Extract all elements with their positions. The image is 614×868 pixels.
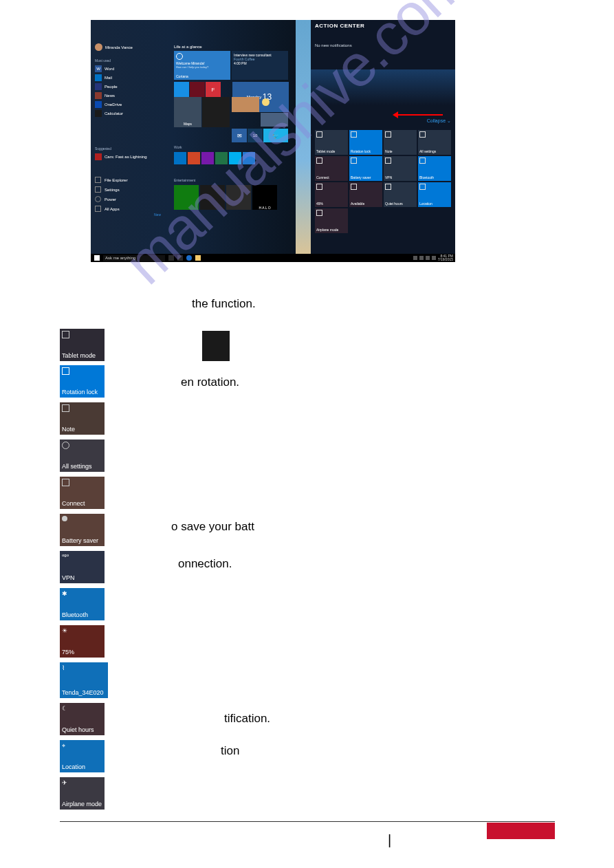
tile-all-settings: All settings xyxy=(60,440,105,472)
action-center: ACTION CENTER No new notifications Colla… xyxy=(311,20,455,254)
store-tile[interactable] xyxy=(202,97,230,127)
app-calc[interactable]: Calculator xyxy=(95,110,123,117)
tray-icon[interactable] xyxy=(419,256,424,260)
tray-icon[interactable] xyxy=(426,256,430,260)
qa-bluetooth[interactable]: Bluetooth xyxy=(418,156,451,181)
quick-actions-grid: Tablet mode Rotation lock Note All setti… xyxy=(315,130,451,233)
edge-icon[interactable] xyxy=(186,255,192,261)
tray-icon[interactable] xyxy=(432,256,436,260)
ac-subtitle: No new notifications xyxy=(315,43,352,47)
xbox-tile[interactable] xyxy=(174,185,199,210)
count-tile[interactable]: 10 xyxy=(248,129,263,142)
qa-tablet[interactable]: Tablet mode xyxy=(315,130,348,155)
event-time: 4:00 PM xyxy=(234,61,286,65)
news-tile[interactable] xyxy=(190,82,205,97)
app-list: WWord Mail People News OneDrive Calculat… xyxy=(95,65,123,117)
flipboard-tile[interactable]: F xyxy=(206,82,221,97)
cortana-label: Cortana xyxy=(176,74,188,78)
ent-row: H A L O xyxy=(174,185,277,210)
qa-airplane[interactable]: Airplane mode xyxy=(315,208,348,233)
avatar xyxy=(95,43,102,51)
annotation-arrow xyxy=(395,114,443,116)
halo-tile[interactable]: H A L O xyxy=(252,185,277,210)
power[interactable]: Power xyxy=(95,196,128,202)
tile-note: Note xyxy=(60,402,105,435)
app-news[interactable]: News xyxy=(95,92,123,99)
qa-location[interactable]: Location xyxy=(418,182,451,207)
start-button[interactable] xyxy=(94,255,100,261)
cloud-tile[interactable] xyxy=(243,152,255,164)
search-box[interactable]: Ask me anything xyxy=(103,255,165,261)
taskview-icon[interactable] xyxy=(168,255,174,261)
suggested-app[interactable]: Cars: Fast as Lightning xyxy=(95,153,147,160)
store-icon[interactable] xyxy=(202,331,230,361)
label-mostused: Most used xyxy=(95,58,111,63)
tile-airplane-mode: ✈Airplane mode xyxy=(60,777,105,810)
windows10-screenshot: Miranda Vance Most used WWord Mail Peopl… xyxy=(91,20,455,262)
collapse-link[interactable]: Collapse ⌄ xyxy=(427,118,451,124)
qa-battery[interactable]: Battery saver xyxy=(349,156,382,181)
tile-rotation-lock: Rotation lock xyxy=(60,365,105,398)
tile-tablet-mode: Tablet mode xyxy=(60,329,105,361)
taskbar: Ask me anything 8:41 PM7/19/2015 xyxy=(91,254,455,262)
maps-tile[interactable]: Maps xyxy=(174,97,201,127)
label-suggested: Suggested xyxy=(95,147,111,151)
username: Miranda Vance xyxy=(105,45,133,50)
text-fragment-6: tion xyxy=(221,744,239,758)
all-apps[interactable]: All Apps xyxy=(95,206,128,212)
qa-rotation[interactable]: Rotation lock xyxy=(349,130,382,155)
qa-vpn[interactable]: VPN xyxy=(384,156,417,181)
text-fragment-2: en rotation. xyxy=(181,376,239,389)
tile-vpn: ogoVPN xyxy=(60,551,105,583)
office-row xyxy=(174,152,255,164)
excel-tile[interactable] xyxy=(215,152,228,164)
app-people[interactable]: People xyxy=(95,83,123,90)
cortana-ring-icon xyxy=(176,53,183,60)
music-tile[interactable] xyxy=(200,185,225,210)
qa-quiet[interactable]: Quiet hours xyxy=(384,182,417,207)
calendar-event-tile[interactable]: Interview new consultant Fourth Coffee 4… xyxy=(232,51,288,80)
clock: 8:41 PM7/19/2015 xyxy=(438,254,453,261)
text-fragment-4: onnection. xyxy=(178,557,232,571)
qa-wifi[interactable]: Available xyxy=(349,182,382,207)
tile-connect: Connect xyxy=(60,477,105,509)
photos-tile[interactable] xyxy=(232,97,259,112)
tile-location: ⌖Location xyxy=(60,740,105,772)
tile-brightness: ☀75% xyxy=(60,625,105,658)
qa-brightness[interactable]: 49% xyxy=(315,182,348,207)
app-word[interactable]: WWord xyxy=(95,65,123,72)
qa-connect[interactable]: Connect xyxy=(315,156,348,181)
label-glance: Life at a glance xyxy=(174,45,202,49)
settings-link[interactable]: Settings xyxy=(95,186,128,193)
text-fragment-1: the function. xyxy=(192,297,256,311)
ac-fade xyxy=(311,69,455,105)
user-row: Miranda Vance xyxy=(95,43,133,51)
twitter-tile[interactable] xyxy=(174,82,189,97)
tray-icon[interactable] xyxy=(413,256,417,260)
skype-tile[interactable] xyxy=(229,152,241,164)
file-explorer[interactable]: File Explorer xyxy=(95,177,128,183)
outlook-tile[interactable] xyxy=(174,152,186,164)
powerpoint-tile[interactable] xyxy=(188,152,200,164)
app-onedrive[interactable]: OneDrive xyxy=(95,101,123,108)
photo-tile-2[interactable] xyxy=(261,113,288,127)
onenote-tile[interactable] xyxy=(201,152,214,164)
movies-tile[interactable] xyxy=(226,185,251,210)
mail-tile[interactable]: ✉ xyxy=(232,129,247,142)
twitter-logo-tile[interactable]: 🐦 xyxy=(263,129,288,142)
label-ent: Entertainment xyxy=(174,178,195,182)
bottom-list: File Explorer Settings Power All Apps xyxy=(95,177,128,212)
explorer-icon[interactable] xyxy=(195,255,201,261)
page-separator: | xyxy=(388,832,391,848)
footer-red-block xyxy=(487,823,555,839)
tile-battery-saver: Battery saver xyxy=(60,514,105,546)
qa-allsettings[interactable]: All settings xyxy=(418,130,451,155)
footer-rule xyxy=(60,821,555,822)
tb-icon-1[interactable] xyxy=(177,255,183,261)
label-new: New xyxy=(154,213,161,217)
emoji-tile xyxy=(262,98,270,106)
label-work: Work xyxy=(174,145,182,149)
cortana-tile[interactable]: Welcome Miranda! How can I help you toda… xyxy=(174,51,230,80)
app-mail[interactable]: Mail xyxy=(95,74,123,81)
qa-note[interactable]: Note xyxy=(384,130,417,155)
